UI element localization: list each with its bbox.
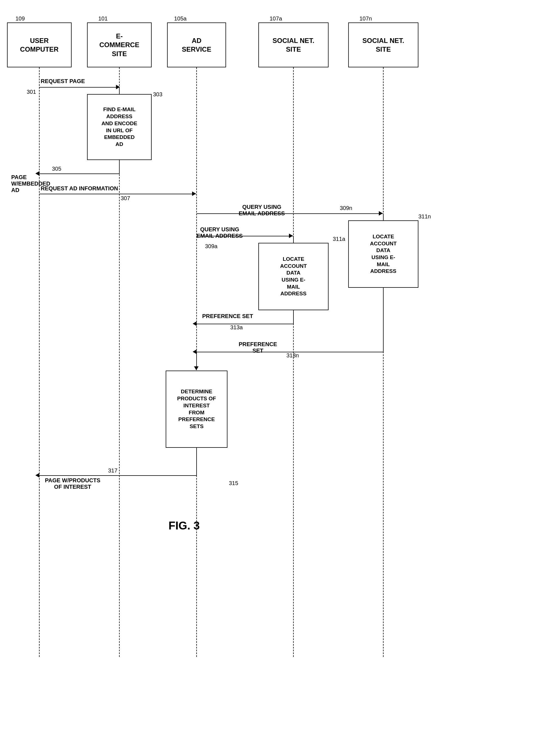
connector-315-top [196, 352, 197, 369]
label-317: PAGE W/PRODUCTSOF INTEREST [45, 477, 100, 490]
arrowhead-315-down [194, 366, 199, 370]
label-307: REQUEST AD INFORMATION [41, 185, 118, 192]
arrow-309n [197, 213, 383, 214]
ref-317: 317 [108, 467, 117, 474]
lifeline-user-computer [39, 67, 40, 657]
ref-305: 305 [52, 166, 61, 172]
ref-311n: 311n [418, 213, 431, 220]
ref-313a: 313a [230, 324, 243, 331]
arrowhead-309n [379, 211, 383, 216]
actor-social-net-n: SOCIAL NET.SITE [348, 23, 418, 67]
ref-303: 303 [153, 91, 162, 98]
connector-305-down [119, 160, 120, 174]
connector-313a-down [293, 310, 294, 324]
ref-311a: 311a [333, 236, 345, 242]
process-locate-a: LOCATEACCOUNTDATAUSING E-MAILADDRESS [258, 243, 329, 310]
process-find-email: FIND E-MAILADDRESSAND ENCODEIN URL OFEMB… [87, 94, 152, 160]
arrowhead-313a [193, 321, 197, 326]
label-309n: QUERY USINGEMAIL ADDRESS [239, 204, 285, 217]
process-locate-n: LOCATEACCOUNTDATAUSING E-MAILADDRESS [348, 220, 418, 288]
arrow-313a [197, 324, 293, 324]
ref-101: 101 [98, 15, 107, 22]
ref-107a: 107a [270, 15, 282, 22]
ref-315: 315 [229, 480, 238, 486]
ref-301: 301 [27, 89, 36, 95]
ref-309a: 309a [205, 243, 217, 250]
lifeline-social-a [293, 67, 294, 657]
fig-label: FIG. 3 [169, 519, 200, 532]
arrow-317 [39, 475, 196, 476]
ref-313n: 313n [286, 352, 299, 359]
arrow-305 [39, 174, 119, 174]
arrowhead-317 [35, 473, 39, 477]
arrowhead-313n [193, 349, 197, 354]
diagram-container: 109 101 105a 107a 107n USERCOMPUTER E-CO… [0, 0, 540, 756]
actor-ad-service: ADSERVICE [167, 23, 226, 67]
label-301: REQUEST PAGE [41, 78, 85, 84]
connector-303-top [119, 87, 120, 94]
arrowhead-309a [289, 234, 293, 238]
ref-109: 109 [15, 15, 25, 22]
ref-309n: 309n [340, 205, 352, 211]
ref-307: 307 [121, 195, 130, 201]
connector-311a-top [293, 236, 294, 243]
actor-ecommerce-site: E-COMMERCESITE [87, 23, 152, 67]
ref-105a: 105a [174, 15, 187, 22]
actor-user-computer: USERCOMPUTER [7, 23, 71, 67]
arrow-307 [39, 194, 196, 194]
label-309a: QUERY USINGEMAIL ADDRESS [197, 226, 243, 239]
arrow-301 [39, 87, 119, 87]
arrowhead-307 [192, 191, 196, 196]
connector-311n-top [383, 213, 384, 220]
label-313a: PREFERENCE SET [202, 313, 253, 319]
ref-107n: 107n [359, 15, 372, 22]
label-313n: PREFERENCESET [239, 341, 277, 354]
connector-317-down [196, 448, 197, 476]
connector-313n-down [383, 288, 384, 352]
actor-social-net-a: SOCIAL NET.SITE [258, 23, 329, 67]
process-determine-products: DETERMINEPRODUCTS OFINTERESTFROMPREFEREN… [166, 371, 227, 448]
lifeline-social-n [383, 67, 384, 657]
